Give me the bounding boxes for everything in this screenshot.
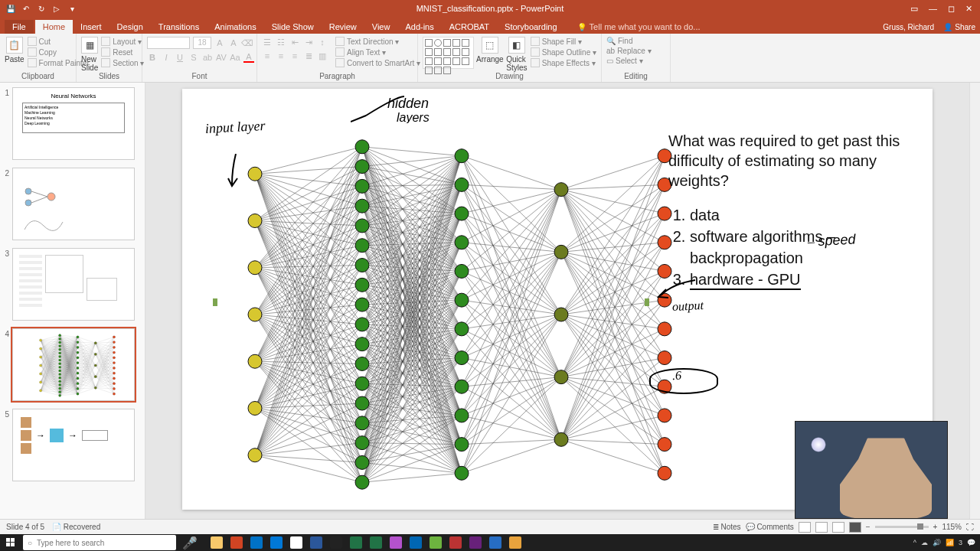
shape-outline-button[interactable]: Shape Outline ▾ — [531, 47, 596, 57]
dec-indent-icon[interactable]: ⇤ — [289, 37, 300, 47]
tab-home[interactable]: Home — [35, 20, 73, 34]
slide-thumbnail[interactable] — [12, 328, 135, 401]
tab-slideshow[interactable]: Slide Show — [264, 20, 322, 34]
taskbar-app-wb[interactable] — [407, 535, 424, 550]
tab-transitions[interactable]: Transitions — [151, 20, 207, 34]
reset-button[interactable]: Reset — [101, 47, 144, 57]
font-size-combo[interactable]: 18 — [193, 37, 211, 49]
convert-smartart-button[interactable]: Convert to SmartArt ▾ — [335, 58, 420, 67]
reading-view-icon[interactable] — [832, 522, 844, 533]
select-button[interactable]: ▭Select ▾ — [606, 57, 652, 65]
taskbar-app-term[interactable] — [328, 535, 345, 550]
taskbar-app-word[interactable] — [308, 535, 325, 550]
tab-insert[interactable]: Insert — [73, 20, 109, 34]
align-center-icon[interactable]: ≡ — [276, 51, 286, 61]
slide-thumbnails-panel[interactable]: 1Neural NetworksArtificial Intelligence … — [0, 83, 145, 519]
bullets-icon[interactable]: ☰ — [262, 37, 273, 47]
decrease-font-icon[interactable]: A — [228, 37, 239, 48]
strike-icon[interactable]: S — [188, 52, 199, 63]
shape-effects-button[interactable]: Shape Effects ▾ — [531, 58, 596, 67]
arrange-button[interactable]: ⬚Arrange — [477, 37, 503, 64]
inc-indent-icon[interactable]: ⇥ — [303, 37, 314, 47]
zoom-slider[interactable] — [875, 526, 929, 528]
close-icon[interactable]: ✕ — [965, 4, 972, 14]
tab-storyboarding[interactable]: Storyboarding — [497, 20, 565, 34]
taskbar-app-chrome[interactable] — [288, 535, 305, 550]
shadow-icon[interactable]: ab — [202, 52, 213, 63]
tab-file[interactable]: File — [5, 20, 34, 34]
comments-button[interactable]: 💬 Comments — [746, 523, 794, 531]
numbering-icon[interactable]: ☷ — [276, 37, 286, 47]
fit-slide-icon[interactable]: ⛶ — [966, 523, 974, 531]
slide-thumbnail[interactable] — [12, 248, 135, 321]
start-slideshow-icon[interactable]: ▷ — [52, 4, 61, 13]
tray-chevron-icon[interactable]: ^ — [913, 539, 916, 546]
italic-icon[interactable]: I — [161, 52, 172, 63]
zoom-in-icon[interactable]: + — [933, 523, 938, 531]
bold-icon[interactable]: B — [147, 52, 158, 63]
tray-cloud-icon[interactable]: ☁ — [921, 539, 928, 546]
spacing-icon[interactable]: AV — [216, 52, 227, 63]
taskbar-app-edge[interactable] — [268, 535, 285, 550]
maximize-icon[interactable]: ◻ — [948, 4, 955, 14]
section-button[interactable]: Section ▾ — [101, 58, 144, 67]
align-text-button[interactable]: Align Text ▾ — [335, 47, 420, 57]
account-name[interactable]: Gruss, Richard — [883, 23, 934, 31]
start-button[interactable] — [0, 534, 21, 551]
slide-thumbnail[interactable]: →→ — [12, 409, 135, 481]
taskbar-app-outlook[interactable] — [248, 535, 265, 550]
tab-view[interactable]: View — [364, 20, 398, 34]
slideshow-view-icon[interactable] — [849, 522, 861, 533]
new-slide-button[interactable]: ▦New Slide — [81, 37, 98, 72]
undo-icon[interactable]: ↶ — [21, 4, 31, 13]
taskbar-app-cam[interactable] — [447, 535, 464, 550]
tab-design[interactable]: Design — [109, 20, 151, 34]
taskbar-app-r[interactable] — [487, 535, 504, 550]
paste-button[interactable]: 📋Paste — [5, 37, 24, 64]
taskbar-app-excel[interactable] — [348, 535, 364, 550]
normal-view-icon[interactable] — [799, 522, 811, 533]
selection-handle-left[interactable] — [213, 298, 217, 306]
slide-thumbnail[interactable] — [12, 168, 135, 240]
tray-network-icon[interactable]: 📶 — [946, 539, 954, 546]
save-icon[interactable]: 💾 — [6, 4, 15, 13]
layout-button[interactable]: Layout ▾ — [101, 37, 144, 46]
taskbar-app-folder[interactable] — [208, 535, 225, 550]
notes-button[interactable]: ≣ Notes — [713, 523, 741, 531]
shapes-gallery[interactable] — [423, 37, 474, 69]
case-icon[interactable]: Aa — [230, 52, 240, 63]
slide-thumbnail[interactable]: Neural NetworksArtificial Intelligence M… — [12, 87, 135, 160]
minimize-icon[interactable]: — — [929, 4, 937, 14]
font-name-combo[interactable] — [147, 37, 190, 49]
redo-icon[interactable]: ↻ — [37, 4, 46, 13]
find-button[interactable]: 🔍Find — [606, 37, 652, 45]
taskbar-search[interactable]: ○ Type here to search — [23, 535, 176, 550]
system-tray[interactable]: ^ ☁ 🔊 📶 3 💬 — [913, 539, 975, 546]
tab-review[interactable]: Review — [322, 20, 364, 34]
tell-me-search[interactable]: 💡Tell me what you want to do... — [577, 22, 701, 34]
tab-animations[interactable]: Animations — [207, 20, 263, 34]
underline-icon[interactable]: U — [175, 52, 185, 63]
replace-button[interactable]: abReplace ▾ — [606, 47, 652, 55]
share-button[interactable]: 👤 Share — [943, 23, 975, 31]
shape-fill-button[interactable]: Shape Fill ▾ — [531, 37, 596, 46]
line-spacing-icon[interactable]: ↕ — [317, 37, 328, 47]
selection-handle-right[interactable] — [645, 298, 649, 306]
ribbon-display-icon[interactable]: ▭ — [910, 4, 918, 14]
clear-format-icon[interactable]: ⌫ — [242, 37, 253, 48]
cortana-mic-icon[interactable]: 🎤 — [182, 536, 198, 550]
tab-addins[interactable]: Add-ins — [397, 20, 441, 34]
font-color-icon[interactable]: A — [243, 52, 254, 63]
zoom-out-icon[interactable]: − — [866, 523, 871, 531]
columns-icon[interactable]: ▥ — [317, 51, 328, 61]
align-left-icon[interactable]: ≡ — [262, 51, 273, 61]
taskbar-app-xl[interactable] — [368, 535, 384, 550]
align-right-icon[interactable]: ≡ — [289, 51, 300, 61]
taskbar-app-vs[interactable] — [467, 535, 484, 550]
tray-volume-icon[interactable]: 🔊 — [933, 539, 941, 546]
zoom-level[interactable]: 115% — [942, 523, 962, 531]
taskbar-app-paint[interactable] — [387, 535, 404, 550]
vertical-scrollbar[interactable] — [969, 83, 980, 519]
tray-notifications-icon[interactable]: 💬 — [967, 539, 975, 546]
tab-acrobat[interactable]: ACROBAT — [442, 20, 497, 34]
